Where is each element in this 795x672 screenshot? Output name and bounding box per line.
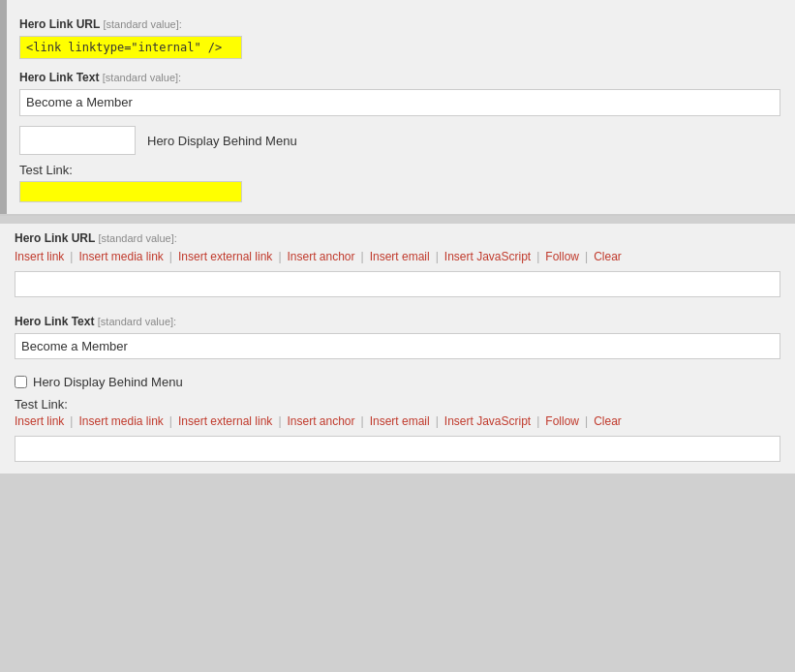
test-link-yellow-top <box>19 181 242 202</box>
hero-link-text-label-top: Hero Link Text [standard value]: <box>19 71 780 84</box>
hero-link-url-label-bottom: Hero Link URL [standard value]: <box>15 231 780 245</box>
insert-email-url[interactable]: Insert email <box>370 250 430 263</box>
hero-link-url-value-top: <link linktype="internal" /> <box>19 36 780 59</box>
insert-link-url[interactable]: Insert link <box>15 250 64 263</box>
insert-email-test[interactable]: Insert email <box>370 414 430 428</box>
insert-media-link-test[interactable]: Insert media link <box>78 414 163 428</box>
hero-display-behind-menu-row: Hero Display Behind Menu <box>15 375 780 389</box>
insert-javascript-test[interactable]: Insert JavaScript <box>444 414 531 428</box>
follow-url[interactable]: Follow <box>545 250 579 263</box>
hero-link-text-value-top: Become a Member <box>19 89 780 116</box>
hero-link-text-label-bottom: Hero Link Text [standard value]: <box>15 315 780 328</box>
insert-anchor-url[interactable]: Insert anchor <box>288 250 355 263</box>
bottom-section: Hero Link URL [standard value]: Insert l… <box>0 224 795 473</box>
insert-link-test[interactable]: Insert link <box>15 414 64 428</box>
hero-display-section-top: Hero Display Behind Menu <box>19 126 780 155</box>
follow-test[interactable]: Follow <box>545 414 579 428</box>
insert-external-link-test[interactable]: Insert external link <box>178 414 272 428</box>
test-link-label-bottom: Test Link: <box>15 397 780 412</box>
clear-url[interactable]: Clear <box>594 250 622 263</box>
top-section: Hero Link URL [standard value]: <link li… <box>0 0 795 216</box>
test-link-value-top <box>19 181 780 202</box>
hero-link-url-link-bar: Insert link | Insert media link | Insert… <box>15 250 780 263</box>
test-link-link-bar: Insert link | Insert media link | Insert… <box>15 414 780 428</box>
hero-link-text-input[interactable] <box>15 333 780 359</box>
hero-display-box-top <box>19 126 136 155</box>
insert-anchor-test[interactable]: Insert anchor <box>288 414 355 428</box>
hero-link-url-input[interactable] <box>15 271 780 297</box>
insert-media-link-url[interactable]: Insert media link <box>78 250 163 263</box>
insert-javascript-url[interactable]: Insert JavaScript <box>444 250 531 263</box>
clear-test[interactable]: Clear <box>594 414 622 428</box>
test-link-label-top: Test Link: <box>19 163 780 177</box>
test-link-input[interactable] <box>15 436 780 462</box>
insert-external-link-url[interactable]: Insert external link <box>178 250 272 263</box>
left-scrollbar <box>0 0 7 214</box>
hero-display-label-bottom: Hero Display Behind Menu <box>33 375 183 389</box>
hero-display-checkbox[interactable] <box>15 376 27 388</box>
hero-link-url-label-top: Hero Link URL [standard value]: <box>19 17 780 31</box>
